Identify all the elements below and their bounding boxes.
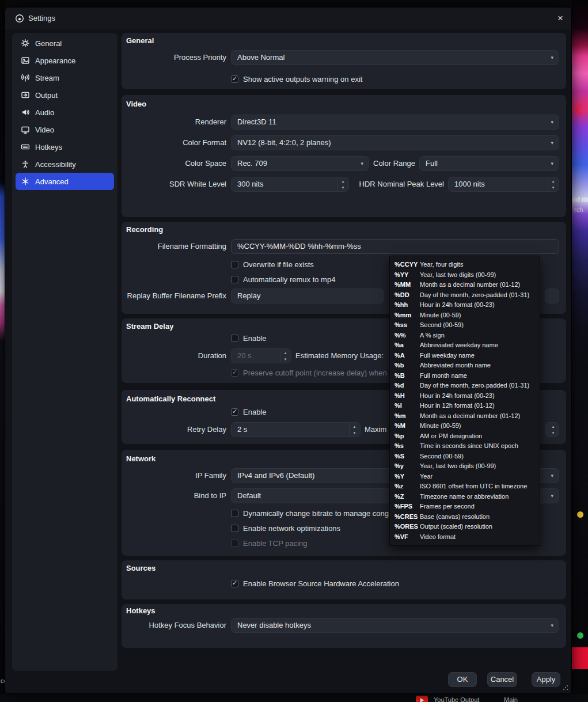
section-general: General Process Priority Above Normal ▾ …: [122, 33, 566, 89]
checkbox-label: Enable network optimizations: [243, 524, 340, 533]
bind-to-ip-label: Bind to IP: [122, 488, 226, 503]
appearance-icon: [21, 56, 30, 65]
spin-up-icon[interactable]: ▴: [338, 178, 348, 184]
sidebar-item-audio[interactable]: Audio: [16, 104, 114, 121]
tooltip-row: %H Hour in 24h format (00-23): [390, 391, 540, 401]
filename-formatting-input[interactable]: %CCYY-%MM-%DD %hh-%mm-%ss: [231, 239, 559, 254]
color-space-dropdown[interactable]: Rec. 709 ▾: [231, 156, 369, 171]
stream-delay-enable-checkbox[interactable]: [231, 335, 238, 342]
sidebar-item-stream[interactable]: Stream: [16, 69, 114, 86]
background-yellow-indicator: [577, 511, 583, 518]
sdr-white-level-label: SDR White Level: [122, 177, 226, 192]
checkbox-label: Enable TCP pacing: [243, 539, 308, 548]
max-retries-spinner-partial[interactable]: ▴▾: [545, 422, 559, 437]
browser-accel-checkbox[interactable]: [231, 580, 238, 587]
keyboard-icon: [21, 142, 30, 151]
ip-family-label: IP Family: [122, 468, 226, 483]
remux-checkbox[interactable]: [231, 276, 238, 283]
tooltip-row: %YY Year, last two digits (00-99): [390, 270, 540, 280]
cancel-button[interactable]: Cancel: [487, 672, 517, 687]
process-priority-dropdown[interactable]: Above Normal ▾: [231, 50, 559, 65]
sidebar-label: Appearance: [35, 56, 75, 65]
tooltip-row: %MM Month as a decimal number (01-12): [390, 280, 540, 290]
max-retries-label: Maxim: [365, 422, 386, 437]
tcp-pacing-checkbox[interactable]: [231, 540, 238, 547]
retry-delay-spinner[interactable]: 2 s ▴▾: [231, 422, 361, 437]
preserve-cutoff-checkbox[interactable]: [231, 369, 238, 377]
dynamic-bitrate-row: Dynamically change bitrate to manage con…: [231, 509, 389, 518]
speaker-icon: [21, 108, 30, 117]
tooltip-row: %a Abbreviated weekday name: [390, 340, 540, 351]
hdr-peak-level-spinner[interactable]: 1000 nits ▴▾: [448, 177, 559, 192]
spin-up-icon[interactable]: ▴: [280, 350, 290, 356]
spinner-value: 2 s: [237, 423, 247, 437]
replay-prefix-input[interactable]: Replay: [231, 289, 384, 303]
show-warning-checkbox[interactable]: [231, 75, 238, 83]
background-red-chevron-icon: [575, 104, 586, 116]
hotkey-focus-dropdown[interactable]: Never disable hotkeys ▾: [231, 618, 559, 633]
chevron-down-icon: ▾: [551, 51, 553, 64]
tooltip-row: %CRES Base (canvas) resolution: [390, 512, 540, 522]
background-green-indicator: [577, 632, 583, 639]
renderer-label: Renderer: [122, 115, 226, 130]
color-range-dropdown[interactable]: Full ▾: [419, 156, 559, 171]
advanced-tools-icon: [21, 177, 30, 186]
background-right-edge: of th rch: [572, 0, 588, 702]
section-hotkeys: Hotkeys Hotkey Focus Behavior Never disa…: [122, 604, 566, 648]
renderer-dropdown[interactable]: Direct3D 11 ▾: [231, 115, 559, 130]
section-title: Video: [126, 100, 146, 108]
overwrite-checkbox[interactable]: [231, 261, 238, 268]
sidebar-item-video[interactable]: Video: [16, 121, 114, 138]
sidebar-label: Audio: [35, 108, 54, 117]
sidebar-item-hotkeys[interactable]: Hotkeys: [16, 138, 114, 155]
duration-label: Duration: [122, 348, 226, 363]
network-optimizations-checkbox[interactable]: [231, 525, 238, 532]
hotkey-focus-label: Hotkey Focus Behavior: [122, 618, 226, 633]
chevron-down-icon: ▾: [551, 115, 553, 129]
tooltip-row: %ss Second (00-59): [390, 320, 540, 331]
duration-spinner[interactable]: 20 s ▴▾: [231, 348, 291, 363]
spin-up-icon[interactable]: ▴: [350, 423, 359, 430]
spin-up-icon[interactable]: ▴: [548, 423, 558, 430]
reconnect-enable-checkbox[interactable]: [231, 408, 238, 416]
spin-down-icon[interactable]: ▾: [548, 430, 558, 436]
sidebar-item-output[interactable]: Output: [16, 86, 114, 104]
spin-up-icon[interactable]: ▴: [548, 178, 558, 184]
section-title: Sources: [126, 564, 155, 572]
color-range-label: Color Range: [366, 156, 415, 171]
resize-grip[interactable]: [563, 685, 568, 690]
apply-button[interactable]: Apply: [532, 672, 560, 687]
sdr-white-level-spinner[interactable]: 300 nits ▴▾: [231, 177, 349, 192]
replay-suffix-input-partial[interactable]: [545, 289, 559, 303]
tooltip-row: %DD Day of the month, zero-padded (01-31…: [390, 290, 540, 301]
color-format-dropdown[interactable]: NV12 (8-bit, 4:2:0, 2 planes) ▾: [231, 135, 559, 150]
dropdown-value: Default: [237, 489, 261, 503]
remux-checkbox-row: Automatically remux to mp4: [231, 275, 335, 284]
section-title: Network: [126, 454, 155, 463]
dynamic-bitrate-checkbox[interactable]: [231, 510, 238, 517]
sidebar-label: General: [35, 39, 62, 48]
tooltip-row: %ORES Output (scaled) resolution: [390, 522, 540, 532]
spin-down-icon[interactable]: ▾: [548, 184, 558, 191]
input-value: %CCYY-%MM-%DD %hh-%mm-%ss: [237, 240, 361, 253]
settings-sidebar: General Appearance Stream Output Audio V…: [12, 33, 117, 671]
spin-down-icon[interactable]: ▾: [338, 184, 348, 191]
background-stream-label: YouTube Output: [434, 696, 479, 702]
sidebar-label: Hotkeys: [35, 143, 62, 151]
spin-down-icon[interactable]: ▾: [350, 430, 359, 436]
titlebar[interactable]: Settings ×: [5, 7, 571, 29]
spin-down-icon[interactable]: ▾: [280, 356, 290, 362]
sidebar-item-general[interactable]: General: [16, 35, 114, 52]
sidebar-item-accessibility[interactable]: Accessibility: [16, 155, 114, 173]
tooltip-row: %hh Hour in 24h format (00-23): [390, 300, 540, 310]
network-optimizations-row: Enable network optimizations: [231, 523, 340, 533]
preserve-cutoff-row: Preserve cutoff point (increase delay) w…: [231, 368, 387, 377]
ok-button[interactable]: OK: [448, 672, 477, 687]
tooltip-row: %VF Video format: [390, 532, 540, 542]
filename-format-tooltip: %CCYY Year, four digits %YY Year, last t…: [389, 256, 540, 546]
sidebar-label: Video: [35, 126, 54, 134]
close-button[interactable]: ×: [557, 7, 563, 29]
sidebar-item-appearance[interactable]: Appearance: [16, 52, 114, 69]
sidebar-item-advanced[interactable]: Advanced: [16, 173, 114, 190]
youtube-icon: [416, 696, 428, 702]
